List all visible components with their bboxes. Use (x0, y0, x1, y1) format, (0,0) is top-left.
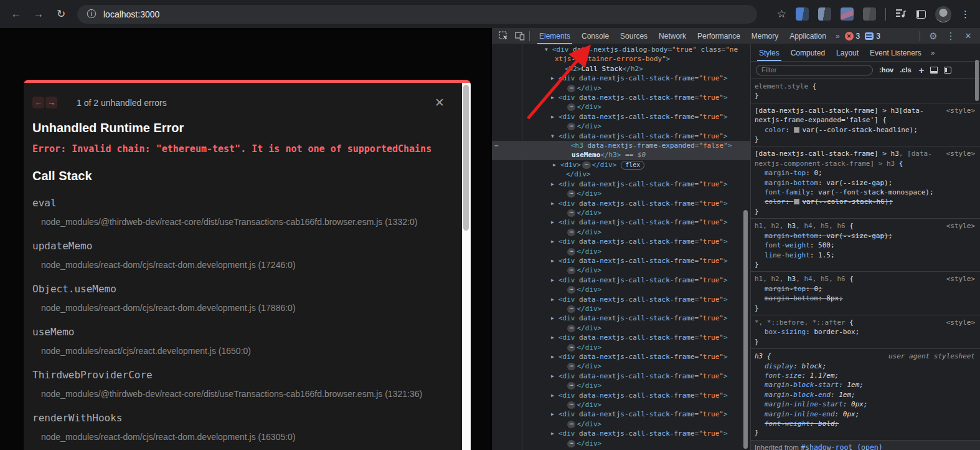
dom-tree-line[interactable]: ⋯</div> (492, 285, 750, 294)
dom-tree-line[interactable]: <h2>Call Stack</h2> (492, 64, 750, 74)
devtools-tab-console[interactable]: Console (576, 28, 615, 44)
disclosure-arrow-icon[interactable]: ▶ (551, 199, 558, 208)
disclosure-arrow-icon[interactable]: ▶ (551, 93, 558, 102)
css-property[interactable]: display: block; (755, 361, 976, 371)
dom-tree-line[interactable]: ⋯</div> (492, 122, 750, 131)
devtools-tab-application[interactable]: Application (784, 28, 832, 44)
dom-tree-line[interactable]: ⋯</div> (492, 227, 750, 237)
styles-filter-input[interactable] (756, 65, 873, 75)
dom-tree-line[interactable]: ▼<div data-nextjs-dialog-body="true" cla… (492, 45, 750, 54)
dom-tree-line[interactable]: ▶<div data-nextjs-call-stack-frame="true… (492, 180, 750, 189)
css-property[interactable]: color: var(--color-stack-h6); (755, 197, 976, 206)
expand-ellipsis-button[interactable]: ⋯ (567, 305, 575, 313)
color-swatch[interactable] (794, 199, 799, 204)
profile-avatar[interactable] (935, 6, 951, 22)
toggle-class-button[interactable]: .cls (900, 66, 911, 74)
expand-ellipsis-button[interactable]: ⋯ (567, 344, 575, 352)
sidebar-tab-computed[interactable]: Computed (785, 45, 831, 61)
disclosure-arrow-icon[interactable]: ▶ (551, 409, 558, 419)
dom-tree-line[interactable]: ▶<div data-nextjs-call-stack-frame="true… (492, 112, 750, 122)
style-rule[interactable]: <style>*, *::before, *::after {box-sizin… (751, 315, 980, 349)
css-property[interactable]: margin-top: 0; (755, 284, 976, 294)
console-message-count[interactable]: 3 (876, 32, 880, 41)
expand-ellipsis-button[interactable]: ⋯ (567, 363, 575, 370)
css-property[interactable]: color: var(--color-stack-headline); (755, 125, 976, 135)
dom-tree-line[interactable]: ▶<div data-nextjs-call-stack-frame="true… (492, 314, 750, 323)
rule-origin-link[interactable]: <style> (946, 221, 975, 231)
css-property[interactable]: margin-bottom: var(--size-gap); (755, 231, 976, 241)
expand-ellipsis-button[interactable]: ⋯ (567, 85, 575, 92)
disclosure-arrow-icon[interactable]: ▶ (551, 333, 558, 342)
stack-frame-name[interactable]: renderWithHooks (32, 412, 445, 424)
expand-ellipsis-button[interactable]: ⋯ (567, 382, 575, 390)
address-bar[interactable]: ⓘ localhost:3000 (77, 5, 757, 24)
bookmark-star-icon[interactable]: ☆ (777, 7, 786, 21)
extension-icon-4[interactable] (863, 7, 876, 21)
dialog-scrollbar[interactable] (462, 83, 471, 450)
sidebar-tab-layout[interactable]: Layout (831, 45, 864, 61)
rule-origin-link[interactable]: <style> (946, 149, 975, 158)
disclosure-arrow-icon[interactable]: ▶ (551, 256, 558, 266)
dom-tree-line[interactable]: ⋯</div> (492, 439, 750, 448)
devtools-tab-performance[interactable]: Performance (692, 28, 746, 44)
disclosure-arrow-icon[interactable]: ▶ (551, 391, 558, 400)
css-property[interactable]: margin-bottom: var(--size-gap); (755, 178, 976, 188)
more-actions-icon[interactable]: ⋯ (494, 141, 499, 150)
site-info-icon[interactable]: ⓘ (86, 9, 97, 20)
media-controls-icon[interactable] (895, 8, 907, 21)
dom-tree-line[interactable]: ⋯</div> (492, 247, 750, 256)
dom-tree-line[interactable]: ▶<div data-nextjs-call-stack-frame="true… (492, 333, 750, 342)
previous-error-button[interactable]: ← (32, 97, 44, 108)
css-property[interactable]: margin-block-end: 1em; (755, 390, 976, 400)
disclosure-arrow-icon[interactable]: ▶ (551, 112, 558, 122)
dom-tree-line[interactable]: ▶<div data-nextjs-call-stack-frame="true… (492, 391, 750, 400)
expand-ellipsis-button[interactable]: ⋯ (567, 267, 575, 274)
expand-ellipsis-button[interactable]: ⋯ (567, 440, 575, 448)
dom-tree-line[interactable]: ⋯</div> (492, 381, 750, 390)
css-property[interactable]: font-size: 1.17em; (755, 371, 976, 380)
dom-tree-line[interactable]: ⋯</div> (492, 419, 750, 429)
sidebar-layout-icon[interactable] (944, 67, 951, 74)
dom-tree-line[interactable]: ⋯</div> (492, 361, 750, 371)
disclosure-arrow-icon[interactable]: ▼ (545, 45, 552, 54)
elements-scrollbar-thumb[interactable] (743, 210, 748, 449)
dom-tree-line[interactable]: </div> (492, 170, 750, 179)
dialog-scrollbar-thumb[interactable] (463, 85, 469, 231)
sidebar-tab-styles[interactable]: Styles (753, 45, 785, 61)
disclosure-arrow-icon[interactable]: ▼ (551, 132, 558, 141)
disclosure-arrow-icon[interactable]: ▶ (551, 275, 558, 285)
extension-icon-3[interactable] (841, 7, 854, 21)
forward-icon[interactable]: → (30, 6, 47, 23)
disclosure-arrow-icon[interactable]: ▶ (551, 295, 558, 304)
dom-tree-line[interactable]: ▶<div data-nextjs-call-stack-frame="true… (492, 74, 750, 83)
dom-tree-line[interactable]: useMemo</h3> == $0 (492, 150, 750, 160)
rule-origin-link[interactable]: <style> (946, 274, 975, 284)
dom-tree-line[interactable]: ▶<div data-nextjs-call-stack-frame="true… (492, 199, 750, 208)
stack-frame-name[interactable]: ThirdwebProviderCore (32, 369, 445, 381)
dom-tree-line[interactable]: ▶<div data-nextjs-call-stack-frame="true… (492, 409, 750, 419)
style-rule[interactable]: <style>[data-nextjs-call-stack-frame] > … (751, 103, 980, 147)
dom-tree-line[interactable]: ▶<div data-nextjs-call-stack-frame="true… (492, 429, 750, 438)
dom-tree-line[interactable]: ⋯</div> (492, 102, 750, 112)
dom-tree-line[interactable]: ▶<div data-nextjs-call-stack-frame="true… (492, 93, 750, 102)
css-property[interactable]: margin-bottom: 8px; (755, 294, 976, 303)
inspect-element-icon[interactable] (496, 29, 512, 44)
expand-ellipsis-button[interactable]: ⋯ (567, 286, 575, 294)
stack-frame-name[interactable]: eval (32, 197, 445, 209)
devtools-settings-icon[interactable]: ⚙ (925, 29, 941, 44)
shadow-root-link[interactable]: #shadow-root (open) (801, 443, 883, 450)
dom-tree-line[interactable]: ⋯</div> (492, 323, 750, 333)
url-text[interactable]: localhost:3000 (103, 9, 159, 19)
css-property[interactable]: margin-inline-end: 0px; (755, 409, 976, 419)
dom-tree-line[interactable]: ▶<div data-nextjs-call-stack-frame="true… (492, 352, 750, 361)
stack-frame-name[interactable]: Object.useMemo (32, 283, 445, 295)
expand-ellipsis-button[interactable]: ⋯ (567, 248, 575, 256)
dom-tree-line[interactable]: ⋯</div> (492, 304, 750, 314)
css-property[interactable]: font-family: var(--font-stack-monospace)… (755, 188, 976, 197)
css-property[interactable]: box-sizing: border-box; (755, 327, 976, 337)
dom-tree-line[interactable]: ⋯</div> (492, 189, 750, 198)
dom-tree-line[interactable]: ▶<div data-nextjs-call-stack-frame="true… (492, 295, 750, 304)
back-icon[interactable]: ← (7, 6, 25, 23)
device-toolbar-icon[interactable] (512, 29, 528, 44)
next-error-button[interactable]: → (45, 97, 57, 108)
